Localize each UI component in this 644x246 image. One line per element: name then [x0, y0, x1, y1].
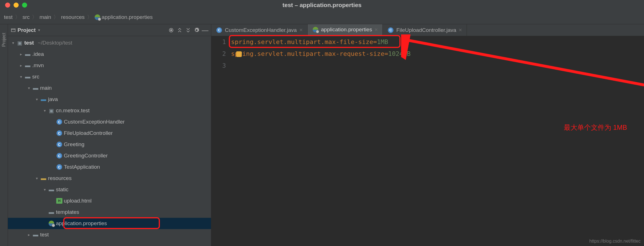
- module-icon: ▣: [16, 40, 23, 46]
- folder-icon: ▬: [24, 74, 31, 80]
- prop-key: spring.servlet.multipart.max-request-siz…: [231, 50, 388, 57]
- code-line-2[interactable]: spring.servlet.multipart.max-request-siz…: [231, 48, 644, 60]
- tree-label: FileUploadController: [64, 130, 113, 136]
- tree-class[interactable]: CGreetingController: [8, 150, 211, 161]
- folder-icon: ▬: [48, 209, 55, 215]
- tree-java[interactable]: ▾▬java: [8, 94, 211, 105]
- tree-label: resources: [48, 175, 71, 181]
- class-icon: C: [216, 27, 223, 33]
- project-title[interactable]: Project ▼: [11, 27, 41, 33]
- tree-static[interactable]: ▾▬static: [8, 184, 211, 195]
- tab-label: CustomExceptionHandler.java: [225, 27, 297, 33]
- code-content[interactable]: spring.servlet.multipart.max-file-size=1…: [231, 36, 644, 246]
- tree-idea[interactable]: ▸▬.idea: [8, 49, 211, 60]
- tree-package[interactable]: ▾▣cn.metrox.test: [8, 105, 211, 116]
- breadcrumb: test 〉 src 〉 main 〉 resources 〉 applicat…: [0, 10, 644, 24]
- code-line-1[interactable]: spring.servlet.multipart.max-file-size=1…: [231, 36, 644, 48]
- tree-src[interactable]: ▾▬src: [8, 71, 211, 82]
- chevron-down-icon: ▾: [42, 108, 47, 113]
- tree-label: CustomExceptionHandler: [64, 119, 125, 125]
- folder-icon: ▬: [32, 232, 39, 238]
- folder-icon: ▬: [48, 186, 55, 193]
- tree-mvn[interactable]: ▸▬.mvn: [8, 60, 211, 71]
- code-line-3[interactable]: [231, 60, 644, 72]
- close-window-button[interactable]: [5, 3, 10, 8]
- tree-label: .idea: [32, 51, 44, 57]
- close-icon[interactable]: ✕: [458, 27, 462, 33]
- close-icon[interactable]: ✕: [374, 27, 378, 32]
- tab-custom-exception[interactable]: C CustomExceptionHandler.java ✕: [211, 24, 308, 36]
- tree-root[interactable]: ▾ ▣ test ~/Desktop/test: [8, 37, 211, 49]
- minimize-window-button[interactable]: [14, 3, 19, 8]
- editor-tabs: C CustomExceptionHandler.java ✕ applicat…: [211, 24, 644, 36]
- crumb-main[interactable]: main: [40, 14, 51, 20]
- tree-root-label: test: [24, 40, 34, 46]
- tree-test-folder[interactable]: ▸▬test: [8, 229, 211, 240]
- tree-label: java: [48, 96, 58, 102]
- tree-class[interactable]: CCustomExceptionHandler: [8, 116, 211, 128]
- resources-folder-icon: ▬: [40, 175, 47, 181]
- prop-key: spring.servlet.multipart.max-file-size=: [231, 38, 377, 45]
- collapse-all-icon[interactable]: [185, 27, 191, 33]
- tree-label: test: [40, 232, 49, 238]
- folder-icon: ▬: [32, 85, 39, 91]
- tree-app-properties[interactable]: application.properties: [8, 218, 211, 229]
- chevron-right-icon: ▸: [27, 232, 31, 237]
- code-editor[interactable]: 1 2 3 spring.servlet.multipart.max-file-…: [211, 36, 644, 246]
- tree-label: GreetingController: [64, 153, 108, 159]
- crumb-src[interactable]: src: [23, 14, 30, 20]
- hide-panel-icon[interactable]: —: [202, 27, 208, 33]
- properties-file-icon: [95, 14, 100, 20]
- class-icon: C: [387, 27, 394, 33]
- tree-upload[interactable]: Hupload.html: [8, 195, 211, 207]
- class-icon: C: [56, 153, 63, 159]
- tree-label: cn.metrox.test: [56, 107, 90, 114]
- svg-point-3: [171, 29, 172, 31]
- chevron-down-icon: ▾: [34, 97, 39, 102]
- line-number: 2: [211, 48, 226, 60]
- tab-application-properties[interactable]: application.properties ✕: [308, 24, 383, 36]
- tree-class[interactable]: CTestApplication: [8, 161, 211, 173]
- tree-label: TestApplication: [64, 164, 100, 170]
- intention-bulb-icon[interactable]: [236, 51, 242, 57]
- tree-class[interactable]: CFileUploadController: [8, 128, 211, 139]
- chevron-right-icon: ▸: [19, 52, 23, 56]
- package-icon: ▣: [48, 107, 55, 114]
- watermark: https://blog.csdn.net/fittec: [589, 239, 641, 244]
- crumb-resources[interactable]: resources: [61, 14, 84, 20]
- crumb-test[interactable]: test: [4, 14, 13, 20]
- project-title-label: Project: [18, 27, 36, 33]
- tree-main[interactable]: ▾▬main: [8, 82, 211, 94]
- prop-value: 1MB: [377, 38, 388, 45]
- chevron-right-icon: ▸: [19, 63, 23, 68]
- close-icon[interactable]: ✕: [299, 27, 303, 33]
- crumb-file-label: application.properties: [102, 14, 153, 20]
- tree-templates[interactable]: ▬templates: [8, 207, 211, 218]
- line-gutter: 1 2 3: [211, 36, 231, 246]
- tree-label: src: [32, 74, 39, 80]
- maximize-window-button[interactable]: [22, 3, 27, 8]
- properties-file-icon: [48, 221, 55, 226]
- tree-resources[interactable]: ▾▬resources: [8, 173, 211, 184]
- editor-area: C CustomExceptionHandler.java ✕ applicat…: [211, 24, 644, 246]
- tab-label: FileUploadController.java: [396, 27, 456, 33]
- tree-label: .mvn: [32, 62, 44, 69]
- window-title: test – application.properties: [282, 2, 362, 8]
- tab-file-upload[interactable]: C FileUploadController.java ✕: [383, 24, 467, 36]
- chevron-down-icon: ▾: [11, 41, 15, 45]
- expand-all-icon[interactable]: [177, 27, 183, 33]
- crumb-file[interactable]: application.properties: [95, 14, 153, 20]
- tree-label: static: [56, 186, 68, 193]
- folder-icon: ▬: [24, 62, 31, 69]
- tab-label: application.properties: [321, 27, 372, 33]
- locate-icon[interactable]: [168, 27, 174, 33]
- tree-label: upload.html: [64, 198, 92, 204]
- html-file-icon: H: [56, 198, 63, 204]
- project-tool-tab[interactable]: Project: [1, 33, 6, 47]
- tree-class[interactable]: CGreeting: [8, 139, 211, 150]
- titlebar: test – application.properties: [0, 0, 644, 10]
- line-number: 1: [211, 36, 226, 48]
- prop-value: 1024MB: [388, 50, 410, 57]
- gear-icon[interactable]: [193, 27, 200, 33]
- tree-label: main: [40, 85, 52, 91]
